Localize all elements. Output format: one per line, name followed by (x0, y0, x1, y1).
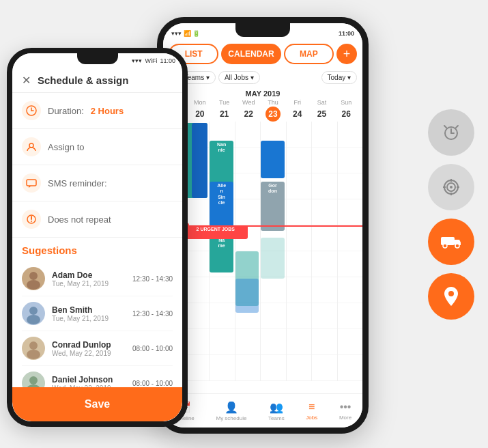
jobs-filter[interactable]: All Jobs ▾ (218, 71, 260, 84)
suggestion-time: 08:00 - 10:00 (132, 345, 173, 352)
day-name-wed: Wed (242, 99, 255, 106)
suggestion-time: 12:30 - 14:30 (132, 310, 173, 318)
day-name-tue: Tue (219, 99, 229, 106)
target-icon (428, 164, 474, 210)
svg-point-25 (27, 280, 40, 290)
svg-point-15 (448, 291, 454, 296)
duration-icon (22, 101, 41, 120)
add-button[interactable]: + (336, 44, 357, 64)
suggestion-name: Adam Doe (52, 270, 126, 280)
list-item[interactable]: Daniel Johnson Wed, May 22, 2019 08:00 -… (22, 366, 173, 387)
form-content: Duration: 2 Hours Assign to (12, 93, 182, 387)
day-name-mon: Mon (194, 99, 206, 106)
avatar (22, 337, 45, 360)
avatar (22, 267, 45, 290)
svg-point-7 (450, 186, 453, 188)
day-header-sun: Sun 26 (334, 99, 358, 122)
list-item[interactable]: Adam Doe Tue, May 21, 2019 12:30 - 14:30 (22, 262, 173, 296)
svg-line-4 (456, 126, 458, 128)
suggestion-info: Conrad Dunlop Wed, May 22, 2019 (52, 340, 126, 357)
status-icons: ▾▾▾ 📶 🔋 (171, 26, 200, 37)
filter-row: All Teams ▾ All Jobs ▾ Today ▾ (163, 68, 362, 87)
suggestions-title: Sugestions (22, 244, 173, 256)
time-left: 11:00 (160, 57, 175, 64)
duration-label: Duration: (48, 106, 84, 116)
location-icon (428, 273, 474, 320)
suggestion-date: Wed, May 22, 2019 (52, 350, 126, 357)
sms-icon (22, 173, 41, 193)
suggestion-info: Ben Smith Tue, May 21, 2019 (52, 305, 126, 322)
days-columns: Client Nannie AllenSincle (184, 122, 362, 381)
jobs-label: Jobs (306, 415, 317, 421)
suggestion-name: Conrad Dunlop (52, 340, 126, 350)
avatar (22, 302, 45, 325)
signal-icon: ▾▾▾ (132, 57, 142, 64)
tab-map[interactable]: MAP (284, 44, 334, 64)
today-button[interactable]: Today ▾ (321, 71, 357, 84)
truck-icon (428, 219, 474, 265)
day-header-wed: Wed 22 (236, 99, 261, 122)
svg-line-3 (444, 126, 446, 128)
svg-point-29 (27, 350, 40, 359)
nav-teams[interactable]: 👥 Teams (268, 401, 285, 421)
svg-point-19 (29, 143, 33, 148)
list-item[interactable]: Ben Smith Tue, May 21, 2019 12:30 - 14:3… (22, 296, 173, 331)
svg-point-14 (455, 244, 459, 248)
assign-icon (22, 137, 41, 156)
svg-point-30 (29, 376, 38, 384)
suggestion-time: 12:30 - 14:30 (132, 275, 173, 283)
time-right: 11:00 (339, 26, 354, 37)
repeat-icon (22, 210, 41, 229)
nav-more[interactable]: ••• More (339, 401, 351, 421)
day-name-thu: Thu (268, 99, 278, 106)
nav-tabs: LIST CALENDAR MAP + (163, 40, 362, 68)
column-thu (260, 122, 285, 381)
column-sun (337, 122, 362, 381)
day-num-tue: 21 (217, 107, 232, 122)
avatar (22, 372, 45, 387)
teams-icon: 👥 (270, 401, 283, 414)
repeat-row[interactable]: Does not repeat (12, 201, 182, 238)
day-num-sun: 26 (339, 107, 354, 122)
suggestion-date: Tue, May 21, 2019 (52, 280, 126, 288)
calendar-body: 09:00 10:00 11:00 12:00 13:00 14:00 15:0… (163, 122, 362, 393)
svg-point-23 (31, 221, 32, 222)
duration-value: 2 Hours (91, 106, 124, 116)
calendar-month: MAY 2019 (163, 87, 362, 99)
nav-jobs[interactable]: ≡ Jobs (306, 401, 317, 421)
day-num-mon: 20 (192, 107, 207, 122)
suggestion-date: Tue, May 21, 2019 (52, 315, 126, 322)
my-schedule-icon: 👤 (225, 401, 238, 414)
nav-my-schedule[interactable]: 👤 My schedule (216, 401, 246, 421)
svg-rect-12 (441, 237, 455, 245)
sms-label: SMS reminder: (48, 178, 107, 188)
svg-point-26 (29, 307, 38, 315)
days-header: Mon 20 Tue 21 Wed 22 Thu 23 Fri 24 (163, 99, 362, 122)
close-button[interactable]: ✕ (22, 74, 31, 87)
more-label: More (339, 415, 351, 421)
assign-label: Assign to (48, 142, 84, 152)
cal-grid: 09:00 10:00 11:00 12:00 13:00 14:00 15:0… (163, 122, 362, 381)
background-icons (428, 109, 474, 320)
duration-row: Duration: 2 Hours (12, 93, 182, 129)
phone-left: ▾▾▾ WiFi 11:00 ✕ Schedule & assign (7, 48, 188, 427)
alarm-icon (428, 109, 474, 156)
sms-reminder-row[interactable]: SMS reminder: (12, 165, 182, 201)
column-tue (209, 122, 234, 381)
suggestion-info: Adam Doe Tue, May 21, 2019 (52, 270, 126, 288)
day-header-sat: Sat 25 (310, 99, 334, 122)
day-header-fri: Fri 24 (285, 99, 310, 122)
list-item[interactable]: Conrad Dunlop Wed, May 22, 2019 08:00 - … (22, 331, 173, 366)
day-header-tue: Tue 21 (212, 99, 237, 122)
my-schedule-label: My schedule (216, 415, 246, 421)
column-wed (235, 122, 260, 381)
svg-rect-20 (27, 180, 36, 186)
tab-calendar[interactable]: CALENDAR (221, 44, 281, 64)
teams-label: Teams (268, 415, 285, 421)
day-header-mon: Mon 20 (188, 99, 212, 122)
scene: ▾▾▾ WiFi 11:00 ✕ Schedule & assign (0, 0, 488, 448)
assign-to-row[interactable]: Assign to (12, 129, 182, 165)
save-button[interactable]: Save (12, 387, 182, 421)
more-icon: ••• (340, 401, 351, 413)
suggestion-time: 08:00 - 10:00 (132, 380, 173, 387)
